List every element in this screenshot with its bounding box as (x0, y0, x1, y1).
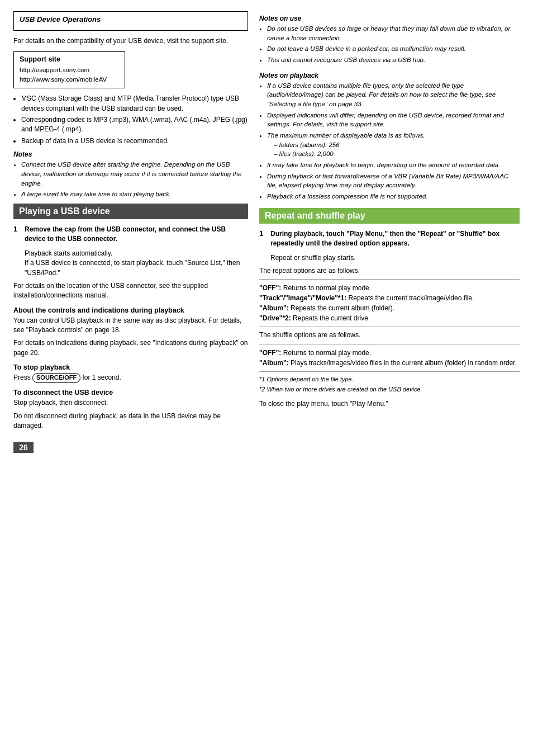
list-item: Displayed indications will differ, depen… (267, 111, 520, 129)
list-item: Do not leave a USB device in a parked ca… (267, 44, 520, 54)
disconnect-heading: To disconnect the USB device (13, 389, 248, 396)
notes-on-use-list: Do not use USB devices so large or heavy… (259, 24, 520, 65)
footnote-1: *1 Options depend on the file type. (259, 375, 520, 384)
stop-heading: To stop playback (13, 363, 248, 371)
notes-on-playback-section: Notes on playback If a USB device contai… (259, 72, 520, 201)
list-item: Connect the USB device after starting th… (21, 160, 248, 188)
usb-notes-list: Connect the USB device after starting th… (13, 160, 248, 199)
list-item: If a USB device contains multiple file t… (267, 81, 520, 109)
repeat-step-1-heading: During playback, touch "Play Menu," then… (270, 230, 499, 247)
list-item: Playback of a lossless compression file … (267, 192, 520, 201)
repeat-shuffle-section: Repeat and shuffle play 1 During playbac… (259, 208, 520, 409)
step-1-content: Remove the cap from the USB connector, a… (25, 225, 248, 244)
footnote-2: *2 When two or more drives are created o… (259, 385, 520, 394)
usb-intro-text: For details on the compatibility of your… (13, 36, 248, 46)
repeat-step-1-number: 1 (259, 229, 267, 249)
shuffle-option-1: "Album": Plays tracks/images/video files… (259, 358, 520, 368)
step-1-sub: Playback starts automatically. If a USB … (25, 249, 248, 278)
source-off-button-label: SOURCE/OFF (32, 373, 80, 383)
controls-body1: You can control USB playback in the same… (13, 316, 248, 336)
usb-device-ops-box: USB Device Operations (13, 11, 248, 31)
list-item: During playback or fast-forward/reverse … (267, 172, 520, 190)
stop-body: Press SOURCE/OFF for 1 second. (13, 373, 248, 383)
step-1-body2: If a USB device is connected, to start p… (25, 258, 248, 278)
repeat-option-0: "OFF": Returns to normal play mode. (259, 283, 520, 293)
step-1: 1 Remove the cap from the USB connector,… (13, 225, 248, 244)
usb-feature-list: MSC (Mass Storage Class) and MTP (Media … (13, 94, 248, 146)
repeat-option-1: "Track"/"Image"/"Movie"*1: Repeats the c… (259, 293, 520, 303)
repeat-step-1-content: During playback, touch "Play Menu," then… (270, 229, 520, 249)
list-item: The maximum number of displayable data i… (267, 131, 520, 159)
close-menu-text: To close the play menu, touch "Play Menu… (259, 399, 520, 409)
support-site-title: Support site (20, 55, 119, 63)
list-item: MSC (Mass Storage Class) and MTP (Media … (21, 94, 248, 114)
stop-body-pre: Press (13, 374, 32, 381)
page-number: 26 (13, 442, 34, 453)
shuffle-intro: The shuffle options are as follows. (259, 330, 520, 340)
repeat-option-3: "Drive"*2: Repeats the current drive. (259, 313, 520, 323)
support-site-link-1: http://esupport.sony.com (20, 65, 119, 75)
list-item: A large-sized file may take time to star… (21, 190, 248, 199)
support-site-link-2: http://www.sony.com/mobileAV (20, 75, 119, 84)
repeat-step-1: 1 During playback, touch "Play Menu," th… (259, 229, 520, 249)
list-item: It may take time for playback to begin, … (267, 160, 520, 170)
shuffle-option-0: "OFF": Returns to normal play mode. (259, 348, 520, 358)
repeat-step-1-body: Repeat or shuffle play starts. (270, 253, 520, 263)
list-item: This unit cannot recognize USB devices v… (267, 55, 520, 65)
playing-section-header: Playing a USB device (13, 204, 248, 219)
repeat-options-box: "OFF": Returns to normal play mode. "Tra… (259, 279, 520, 327)
controls-body2: For details on indications during playba… (13, 338, 248, 358)
connector-note: For details on the location of the USB c… (13, 281, 248, 301)
list-item: Do not use USB devices so large or heavy… (267, 24, 520, 42)
shuffle-options-box: "OFF": Returns to normal play mode. "Alb… (259, 344, 520, 372)
notes-on-playback-heading: Notes on playback (259, 72, 520, 79)
stop-body-post: for 1 second. (80, 374, 121, 381)
list-item: Backup of data in a USB device is recomm… (21, 136, 248, 146)
notes-on-use-section: Notes on use Do not use USB devices so l… (259, 15, 520, 65)
max-data-sub-1: – folders (albums): 256 (274, 140, 520, 150)
step-1-number: 1 (13, 225, 21, 244)
notes-on-use-heading: Notes on use (259, 15, 520, 22)
repeat-intro: The repeat options are as follows. (259, 266, 520, 276)
disconnect-body1: Stop playback, then disconnect. (13, 398, 248, 408)
controls-heading: About the controls and indications durin… (13, 306, 248, 314)
step-1-body1: Playback starts automatically. (25, 249, 248, 258)
page-number-area: 26 (13, 442, 248, 453)
list-item: Corresponding codec is MP3 (.mp3), WMA (… (21, 115, 248, 135)
step-1-heading: Remove the cap from the USB connector, a… (25, 225, 226, 243)
disconnect-body2: Do not disconnect during playback, as da… (13, 412, 248, 431)
notes-on-playback-list: If a USB device contains multiple file t… (259, 81, 520, 201)
max-data-sub-2: – files (tracks): 2,000 (274, 149, 520, 159)
repeat-section-header: Repeat and shuffle play (259, 208, 520, 224)
notes-heading: Notes (13, 150, 248, 158)
support-site-box: Support site http://esupport.sony.com ht… (13, 51, 125, 89)
repeat-step-1-sub: Repeat or shuffle play starts. (270, 253, 520, 263)
repeat-option-2: "Album": Repeats the current album (fold… (259, 303, 520, 313)
usb-device-ops-title: USB Device Operations (20, 15, 242, 23)
